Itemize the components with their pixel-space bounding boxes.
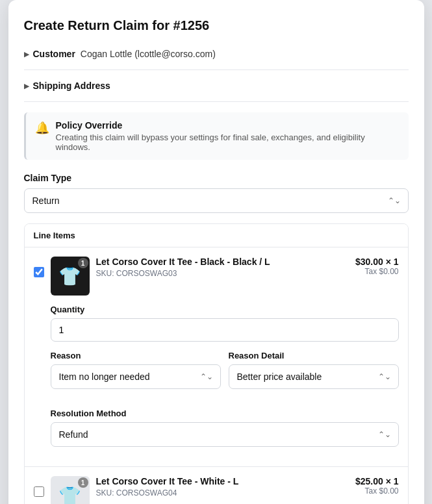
reason-detail-select[interactable]: Better price available Found elsewhere O… [229, 364, 399, 389]
shipping-toggle-icon: ▶ [24, 82, 29, 90]
line-item-2-price-main: $25.00 × 1 [355, 476, 399, 486]
line-item-2-price-tax: Tax $0.00 [355, 486, 399, 496]
line-item-1-image: 1 👕 [51, 257, 90, 296]
line-item-1: 1 👕 Let Corso Cover It Tee - Black - Bla… [25, 247, 408, 467]
line-item-1-fields: Quantity Reason Item no longer needed Da… [34, 305, 399, 447]
quantity-label: Quantity [51, 305, 399, 314]
shipping-section[interactable]: ▶ Shipping Address [24, 81, 409, 91]
line-item-2-checkbox-wrap [34, 486, 44, 499]
line-item-2: 1 👕 Let Corso Cover It Tee - White - L S… [25, 467, 408, 504]
resolution-select-wrapper: Refund Exchange Store Credit ⌃⌄ [51, 422, 399, 447]
claim-type-label: Claim Type [24, 173, 409, 183]
line-item-2-badge: 1 [78, 477, 88, 488]
line-item-2-price: $25.00 × 1 Tax $0.00 [355, 476, 399, 496]
line-item-1-price-main: $30.00 × 1 [355, 257, 399, 267]
line-item-2-details: Let Corso Cover It Tee - White - L SKU: … [96, 476, 349, 498]
shipping-label: Shipping Address [33, 81, 110, 91]
line-item-1-badge: 1 [78, 258, 88, 268]
modal: Create Return Claim for #1256 ▶ Customer… [8, 0, 424, 504]
policy-title: Policy Override [56, 120, 400, 131]
claim-type-select-wrapper: Return Exchange Warranty ⌃⌄ [24, 188, 409, 213]
claim-type-select[interactable]: Return Exchange Warranty [24, 188, 409, 213]
reason-row: Reason Item no longer needed Damaged Wro… [51, 351, 399, 399]
divider-2 [24, 101, 409, 102]
modal-title: Create Return Claim for #1256 [24, 18, 409, 33]
customer-value: Cogan Lottle (lcottle@corso.com) [81, 49, 216, 59]
reason-detail-select-wrapper: Better price available Found elsewhere O… [229, 364, 399, 389]
line-item-2-image: 1 👕 [51, 476, 90, 504]
policy-override-box: 🔔 Policy Override Creating this claim wi… [24, 112, 409, 160]
line-item-1-name: Let Corso Cover It Tee - Black - Black /… [96, 257, 349, 267]
customer-section[interactable]: ▶ Customer Cogan Lottle (lcottle@corso.c… [24, 49, 409, 59]
reason-select[interactable]: Item no longer needed Damaged Wrong item… [51, 364, 221, 389]
reason-label: Reason [51, 351, 221, 360]
line-items-header: Line Items [25, 224, 408, 247]
line-item-1-details: Let Corso Cover It Tee - Black - Black /… [96, 257, 349, 278]
policy-icon: 🔔 [35, 121, 49, 135]
line-item-2-sku: SKU: CORSOSWAG04 [96, 488, 349, 498]
line-item-1-checkbox[interactable] [34, 267, 44, 277]
line-item-2-checkbox[interactable] [34, 486, 44, 497]
line-item-1-price-tax: Tax $0.00 [355, 267, 399, 276]
line-items-box: Line Items 1 👕 Let Corso Cover It Tee - … [24, 223, 409, 504]
reason-detail-label: Reason Detail [229, 351, 399, 360]
policy-description: Creating this claim will bypass your set… [56, 132, 400, 152]
divider-1 [24, 69, 409, 70]
quantity-input[interactable] [51, 318, 399, 342]
line-item-1-price: $30.00 × 1 Tax $0.00 [355, 257, 399, 276]
customer-label: Customer [33, 49, 75, 59]
line-item-1-sku: SKU: CORSOSWAG03 [96, 269, 349, 278]
reason-select-wrapper: Item no longer needed Damaged Wrong item… [51, 364, 221, 389]
reason-detail-col: Reason Detail Better price available Fou… [229, 351, 399, 399]
customer-toggle-icon: ▶ [24, 51, 29, 58]
reason-col: Reason Item no longer needed Damaged Wro… [51, 351, 221, 399]
line-item-2-name: Let Corso Cover It Tee - White - L [96, 476, 349, 486]
resolution-select[interactable]: Refund Exchange Store Credit [51, 422, 399, 447]
line-item-1-checkbox-wrap [34, 267, 44, 279]
line-item-2-tshirt-icon: 👕 [58, 485, 81, 505]
resolution-label: Resolution Method [51, 409, 399, 418]
line-item-1-tshirt-icon: 👕 [58, 266, 81, 287]
